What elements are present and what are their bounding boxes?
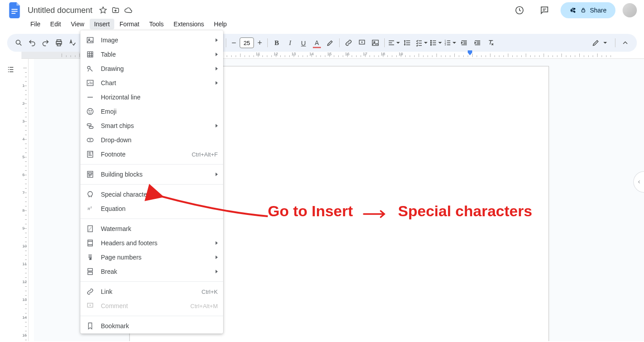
menu-item-page-numbers[interactable]: Page numbers: [80, 250, 223, 264]
menu-extensions[interactable]: Extensions: [169, 19, 208, 29]
break-icon: [86, 267, 95, 276]
undo-icon[interactable]: [26, 37, 38, 49]
comments-icon[interactable]: [536, 1, 553, 19]
search-menu-icon[interactable]: [12, 37, 25, 49]
menu-item-label: Special characters: [101, 191, 218, 198]
increase-indent-icon[interactable]: [471, 37, 484, 49]
cloud-saved-icon[interactable]: [124, 6, 133, 15]
svg-rect-19: [87, 37, 93, 43]
menu-item-headers-and-footers[interactable]: Headers and footers: [80, 236, 223, 250]
last-edit-icon[interactable]: [511, 1, 528, 19]
footnote-icon: 1: [86, 150, 95, 159]
menu-separator: [80, 164, 223, 165]
share-button[interactable]: Share: [561, 2, 615, 18]
shortcut-label: Ctrl+K: [202, 288, 218, 295]
menu-item-comment: CommentCtrl+Alt+M: [80, 299, 223, 313]
menu-edit[interactable]: Edit: [46, 19, 66, 29]
font-size-input[interactable]: [240, 37, 254, 48]
menu-format[interactable]: Format: [115, 19, 144, 29]
line-spacing-icon[interactable]: [402, 37, 414, 49]
outline-toggle-icon[interactable]: [4, 62, 18, 77]
font-size-increase[interactable]: +: [255, 38, 265, 48]
bulleted-list-icon[interactable]: [429, 37, 443, 49]
svg-rect-28: [89, 127, 93, 129]
numbered-list-icon[interactable]: 123: [444, 37, 457, 49]
menu-item-label: Equation: [101, 205, 218, 212]
insert-link-icon[interactable]: [342, 37, 355, 49]
blocks-icon: [86, 170, 95, 179]
svg-rect-37: [88, 240, 93, 246]
menu-file[interactable]: File: [26, 19, 45, 29]
star-icon[interactable]: [99, 6, 108, 15]
menu-item-drop-down[interactable]: Drop-down: [80, 133, 223, 147]
equation-icon: π2: [86, 204, 95, 213]
menu-item-link[interactable]: LinkCtrl+K: [80, 284, 223, 299]
menu-item-image[interactable]: Image: [80, 33, 223, 47]
collapse-toolbar-icon[interactable]: [619, 37, 632, 49]
pagenum-icon: [86, 253, 95, 262]
document-title[interactable]: Untitled document: [25, 4, 95, 17]
editing-mode-button[interactable]: [587, 37, 611, 49]
insert-image-icon[interactable]: [369, 37, 382, 49]
svg-point-25: [89, 111, 90, 111]
bookmark-icon: [86, 321, 95, 330]
svg-text:1: 1: [91, 151, 93, 154]
text-color-icon[interactable]: A: [311, 37, 323, 49]
menu-item-table[interactable]: Table: [80, 47, 223, 62]
svg-rect-0: [12, 9, 18, 10]
menu-item-special-characters[interactable]: Special characters: [80, 187, 223, 202]
print-icon[interactable]: [53, 37, 65, 49]
svg-point-6: [16, 40, 20, 44]
menu-item-building-blocks[interactable]: Building blocks: [80, 167, 223, 181]
menu-item-watermark[interactable]: Watermark: [80, 222, 223, 236]
menu-item-label: Smart chips: [101, 122, 212, 129]
clear-formatting-icon[interactable]: [485, 37, 497, 49]
svg-point-26: [91, 111, 92, 111]
underline-icon[interactable]: U: [297, 37, 310, 49]
menu-item-label: Drop-down: [101, 136, 218, 144]
svg-rect-39: [88, 272, 93, 275]
menu-item-horizontal-line[interactable]: Horizontal line: [80, 90, 223, 104]
shortcut-label: Ctrl+Alt+F: [191, 151, 218, 158]
menu-help[interactable]: Help: [209, 19, 231, 29]
table-icon: [86, 50, 95, 59]
separator: [384, 38, 385, 47]
vertical-ruler[interactable]: 123456789101112131415: [21, 59, 29, 341]
menu-item-chart[interactable]: Chart: [80, 76, 223, 90]
menu-insert[interactable]: Insert: [90, 19, 114, 29]
checklist-icon[interactable]: [415, 37, 428, 49]
menu-item-bookmark[interactable]: Bookmark: [80, 319, 223, 333]
menu-item-label: Emoji: [101, 108, 218, 115]
menu-item-drawing[interactable]: Drawing: [80, 62, 223, 76]
svg-text:3: 3: [445, 43, 446, 46]
menu-item-equation[interactable]: π2Equation: [80, 202, 223, 216]
submenu-arrow-icon: [216, 270, 218, 273]
menu-item-smart-chips[interactable]: Smart chips: [80, 119, 223, 133]
image-icon: [86, 36, 95, 45]
svg-rect-32: [87, 171, 93, 177]
highlight-icon[interactable]: [324, 37, 337, 49]
menu-view[interactable]: View: [66, 19, 89, 29]
bold-icon[interactable]: B: [270, 37, 283, 49]
add-comment-icon[interactable]: [356, 37, 368, 49]
redo-icon[interactable]: [39, 37, 52, 49]
menu-item-label: Horizontal line: [101, 94, 218, 101]
submenu-arrow-icon: [216, 124, 218, 128]
menu-item-break[interactable]: Break: [80, 264, 223, 279]
align-icon[interactable]: [387, 37, 401, 49]
menu-tools[interactable]: Tools: [145, 19, 168, 29]
spellcheck-icon[interactable]: [66, 37, 79, 49]
decrease-indent-icon[interactable]: [458, 37, 470, 49]
menu-item-footnote[interactable]: 1FootnoteCtrl+Alt+F: [80, 147, 223, 161]
account-avatar[interactable]: [623, 3, 637, 17]
svg-text:2: 2: [91, 206, 92, 209]
svg-point-13: [431, 40, 432, 41]
menu-item-label: Chart: [101, 79, 212, 87]
font-size-decrease[interactable]: −: [229, 38, 239, 48]
menu-separator: [80, 218, 223, 219]
italic-icon[interactable]: I: [284, 37, 296, 49]
docs-logo-icon[interactable]: [7, 2, 23, 18]
move-folder-icon[interactable]: [111, 6, 120, 15]
comment-icon: [86, 301, 95, 310]
menu-item-emoji[interactable]: Emoji: [80, 104, 223, 119]
